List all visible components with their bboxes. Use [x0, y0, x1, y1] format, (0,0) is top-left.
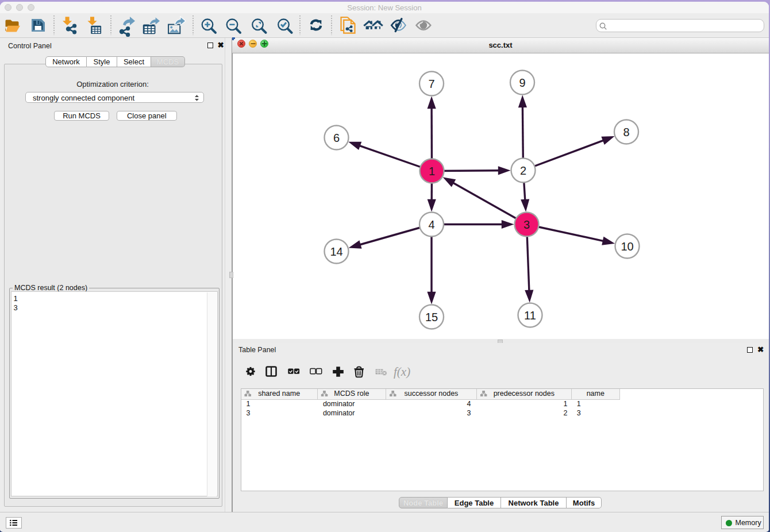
- svg-text:9: 9: [519, 76, 525, 89]
- svg-text:2: 2: [520, 164, 526, 177]
- svg-text:4: 4: [428, 218, 434, 231]
- svg-text:1: 1: [429, 165, 435, 178]
- svg-text:3: 3: [523, 218, 530, 231]
- svg-text:6: 6: [333, 132, 340, 144]
- svg-text:10: 10: [621, 240, 633, 253]
- svg-text:15: 15: [425, 311, 438, 323]
- svg-text:7: 7: [428, 78, 434, 90]
- svg-text:11: 11: [524, 309, 536, 322]
- svg-text:14: 14: [330, 245, 342, 258]
- svg-text:f(x): f(x): [394, 365, 410, 379]
- svg-text:8: 8: [623, 126, 629, 138]
